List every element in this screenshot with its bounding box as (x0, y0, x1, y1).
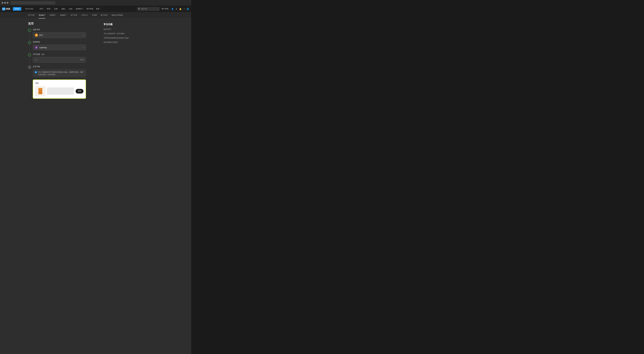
deposit-form: 充币 ✓ 选择币种 ₿ BTC ▾ ✓ 选择网络 (28, 22, 98, 351)
amount-input[interactable] (35, 59, 80, 61)
faq-item-2[interactable]: 为什么我充的币一直不到账? (104, 32, 143, 35)
help-icon[interactable]: ? (184, 8, 185, 10)
title-bar (0, 0, 191, 6)
subnav-asset-analysis[interactable]: 资产分析 (70, 12, 77, 18)
step-1-currency: ✓ 选择币种 ₿ BTC ▾ (28, 28, 98, 38)
exchange-tab-btn[interactable]: 交易所 (13, 7, 21, 11)
step-4-details: 4 充币详情 i BTC 闪电网络充币不需要长时间的链上确认，能够即时到账，发票… (28, 65, 98, 99)
chevron-down-icon: ▾ (168, 8, 169, 10)
chevron-down-icon: ▾ (83, 46, 84, 48)
search-placeholder: 搜索币种 (141, 8, 147, 10)
faq-item-1[interactable]: 如何充币? (104, 28, 143, 30)
search-icon: 🔍 (138, 8, 140, 10)
faq-item-3[interactable]: 充币时如何查看地址及标签 (Tag)? (104, 37, 143, 39)
network-value: Lightning (39, 46, 83, 48)
step-1-indicator: ✓ (28, 29, 31, 32)
subnav-order-center[interactable]: 订单中心 (81, 12, 88, 18)
step-4-content: 充币详情 i BTC 闪电网络充币不需要长时间的链上确认，能够即时到账，发票仅在… (33, 65, 98, 99)
qr-visual (38, 88, 42, 94)
user-icon[interactable]: 👤 (171, 8, 174, 10)
logo-text: 欧易 (6, 8, 10, 10)
amount-input-container: BTC (33, 57, 86, 62)
nav-item-buy[interactable]: 买币 ▾ (38, 7, 45, 11)
copy-button[interactable]: 复制 (76, 89, 84, 94)
globe-icon[interactable]: 🌐 (186, 8, 189, 10)
main-content: 充币 ✓ 选择币种 ₿ BTC ▾ ✓ 选择网络 (0, 18, 191, 354)
web3-tab-btn[interactable]: Web3 钱包 (24, 7, 34, 11)
nav-item-trade[interactable]: 交易 ▾ (53, 7, 60, 11)
invoice-qr-code (35, 86, 45, 96)
subnav-fee[interactable]: 手续费 (92, 12, 97, 18)
nav-menu: 买币 ▾ 发现 ▾ 交易 ▾ 金融 ▾ 公链 ▾ 机构客户 ▾ 新手学院 更多 … (38, 7, 102, 11)
subnav-trade-account[interactable]: 交易账户 (49, 12, 56, 18)
step-4-indicator: 4 (28, 66, 31, 69)
search-bar[interactable]: 🔍 搜索币种 (137, 7, 160, 11)
subnav-fund-account[interactable]: 资金账户 (39, 12, 45, 18)
chevron-down-icon: ▾ (50, 8, 51, 10)
chevron-down-icon: ▾ (100, 8, 100, 10)
invoice-box: 票据 复制 (33, 80, 86, 99)
chevron-down-icon: ▾ (58, 8, 58, 10)
url-bar[interactable] (11, 1, 56, 4)
step-3-content: 充币金额 编辑 BTC (33, 53, 98, 62)
nav-item-discover[interactable]: 发现 ▾ (46, 7, 52, 11)
nav-item-institutional[interactable]: 机构客户 ▾ (75, 7, 85, 11)
step-3-indicator: ✓ (28, 53, 31, 56)
step-4-label: 充币详情 (33, 65, 98, 68)
chevron-down-icon: ▾ (83, 8, 84, 10)
nav-bar: OKX 欧易 交易所 Web3 钱包 买币 ▾ 发现 ▾ 交易 ▾ 金融 ▾ 公… (0, 6, 191, 12)
step-3-edit-btn[interactable]: 编辑 (42, 53, 44, 56)
chevron-down-icon: ▾ (72, 8, 73, 10)
step-3-label: 充币金额 编辑 (33, 53, 98, 56)
invoice-code-blurred (47, 88, 74, 95)
amount-unit: BTC (80, 59, 84, 61)
subnav-finance-account[interactable]: 金融账户 (60, 12, 67, 18)
step-1-content: 选择币种 ₿ BTC ▾ (33, 28, 98, 38)
logo: OKX 欧易 (2, 8, 10, 10)
traffic-light-yellow (4, 2, 6, 4)
download-icon[interactable]: ⬇ (176, 8, 177, 10)
step-1-label: 选择币种 (33, 28, 98, 31)
step-2-label: 选择网络 (33, 41, 98, 43)
subnav-account-statement[interactable]: 账户结单 (101, 12, 108, 18)
chevron-down-icon: ▾ (65, 8, 66, 10)
currency-dropdown[interactable]: ₿ BTC ▾ (33, 32, 86, 38)
logo-icon: OKX (2, 8, 5, 10)
faq-section: 常见问题 如何充币? 为什么我充的币一直不到账? 充币时如何查看地址及标签 (T… (104, 22, 143, 351)
invoice-content: 复制 (35, 86, 84, 96)
currency-value: BTC (39, 34, 83, 36)
faq-item-4[interactable]: 如何查看充币进度? (104, 41, 143, 44)
info-box: i BTC 闪电网络充币不需要长时间的链上确认，能够即时到账，发票仅在生成后 1… (33, 69, 86, 77)
info-icon: i (35, 71, 37, 73)
page-title: 充币 (28, 22, 98, 26)
info-text: BTC 闪电网络充币不需要长时间的链上确认，能够即时到账，发票仅在生成后 1 小… (38, 71, 84, 76)
asset-management-btn[interactable]: 资产管理 ▾ (162, 8, 169, 10)
nav-right: 🔍 搜索币种 资产管理 ▾ 👤 ⬇ 🔔 ? 🌐 (137, 7, 189, 11)
nav-item-beginner[interactable]: 新手学院 (86, 7, 94, 11)
subnav-asset-overview[interactable]: 资产总览 (28, 12, 35, 18)
traffic-light-green (7, 2, 8, 4)
sub-nav: 资产总览 资金账户 交易账户 金融账户 资产分析 订单中心 手续费 账户结单 储… (0, 12, 191, 18)
faq-title: 常见问题 (104, 23, 143, 26)
network-dropdown[interactable]: ⚡ Lightning ▾ (33, 45, 86, 50)
notification-icon[interactable]: 🔔 (179, 8, 182, 10)
step-2-content: 选择网络 ⚡ Lightning ▾ (33, 41, 98, 50)
btc-icon: ₿ (35, 34, 38, 37)
traffic-light-red (2, 2, 3, 4)
subnav-reserve-report[interactable]: 储备金证明报告 (112, 12, 123, 18)
nav-item-chain[interactable]: 公链 ▾ (68, 7, 74, 11)
nav-item-finance[interactable]: 金融 ▾ (60, 7, 67, 11)
lightning-icon: ⚡ (35, 46, 38, 49)
step-3-amount: ✓ 充币金额 编辑 BTC (28, 53, 98, 62)
nav-item-more[interactable]: 更多 ▾ (95, 7, 102, 11)
invoice-title: 票据 (35, 82, 84, 84)
step-2-indicator: ✓ (28, 41, 31, 44)
chevron-down-icon: ▾ (83, 34, 84, 36)
chevron-down-icon: ▾ (43, 8, 44, 10)
step-2-network: ✓ 选择网络 ⚡ Lightning ▾ (28, 41, 98, 50)
